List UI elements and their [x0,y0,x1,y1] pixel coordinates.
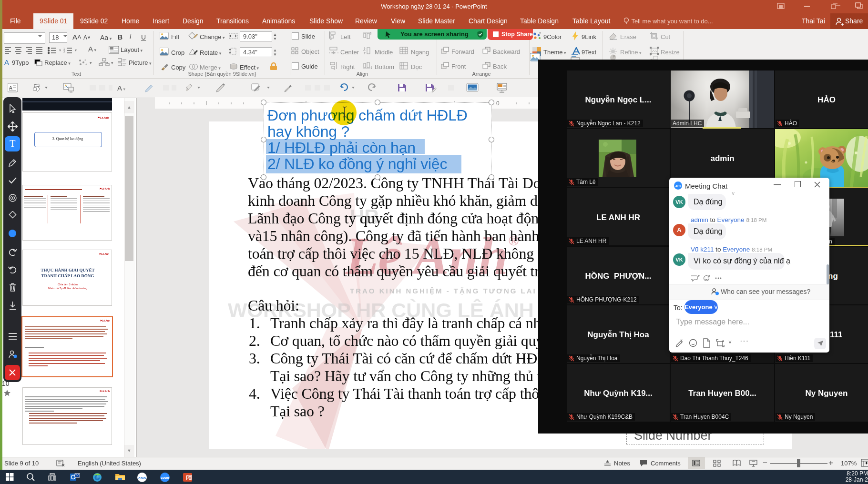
svg-text:2: 2 [63,50,65,53]
svg-text:T: T [680,339,683,344]
svg-text:zoom: zoom [161,476,169,479]
svg-text:Zalo: Zalo [138,476,146,480]
svg-text:A: A [9,85,12,91]
